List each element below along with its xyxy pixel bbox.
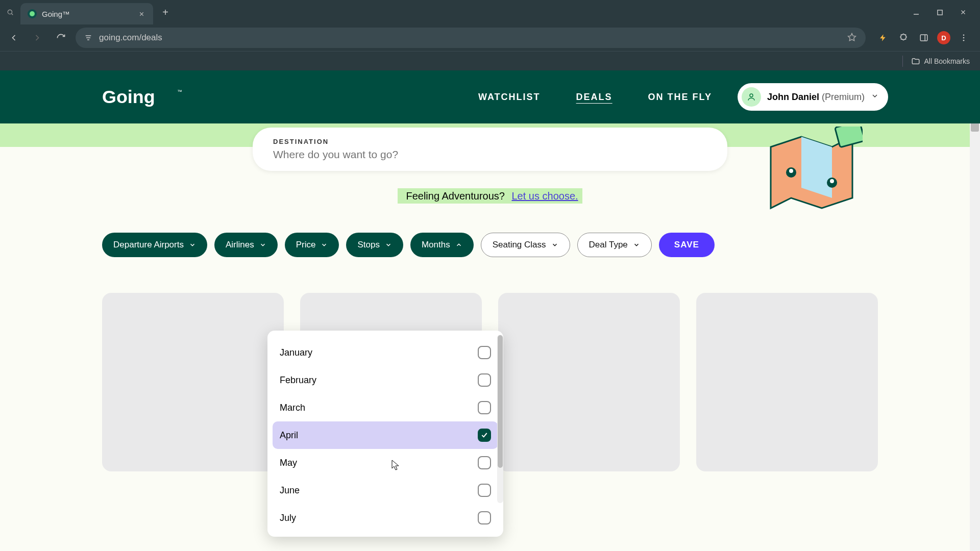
bookmarks-bar: All Bookmarks	[0, 51, 980, 70]
checkbox-icon[interactable]	[478, 429, 491, 442]
month-label: May	[280, 458, 297, 468]
deal-card-placeholder[interactable]	[498, 293, 680, 471]
month-label: July	[280, 513, 296, 523]
url-text: going.com/deals	[99, 33, 841, 43]
month-label: June	[280, 485, 300, 496]
tab-title: Going™	[42, 10, 132, 18]
main-nav: WATCHLIST DEALS ON THE FLY	[478, 92, 712, 103]
month-option-february[interactable]: February	[273, 366, 498, 394]
chevron-down-icon	[551, 241, 558, 248]
side-panel-icon[interactable]	[917, 31, 931, 45]
nav-onthefly[interactable]: ON THE FLY	[648, 92, 712, 103]
svg-rect-4	[920, 35, 927, 41]
extensions-icon[interactable]	[896, 31, 911, 45]
url-box[interactable]: going.com/deals	[76, 28, 866, 48]
window-controls	[912, 8, 976, 17]
user-menu[interactable]: John Daniel (Premium)	[738, 83, 888, 111]
page-scrollbar[interactable]	[970, 70, 980, 551]
month-option-june[interactable]: June	[273, 477, 498, 504]
month-option-may[interactable]: May	[273, 449, 498, 477]
deal-card-placeholder[interactable]	[696, 293, 878, 471]
svg-marker-11	[801, 137, 832, 198]
chevron-down-icon	[385, 241, 392, 248]
map-illustration-icon	[761, 127, 863, 218]
checkbox-icon[interactable]	[478, 346, 491, 359]
nav-deals[interactable]: DEALS	[576, 92, 612, 103]
window-close-icon[interactable]	[959, 8, 968, 17]
filter-deal-type[interactable]: Deal Type	[577, 233, 652, 257]
checkbox-icon[interactable]	[478, 373, 491, 387]
checkbox-icon[interactable]	[478, 456, 491, 469]
logo-text: Going	[102, 87, 155, 107]
chevron-down-icon	[871, 92, 879, 102]
favicon-icon	[28, 9, 37, 18]
filter-airlines[interactable]: Airlines	[214, 233, 278, 257]
nav-watchlist[interactable]: WATCHLIST	[478, 92, 541, 103]
months-list: JanuaryFebruaryMarchAprilMayJuneJuly	[267, 331, 503, 537]
page-viewport: Going ™ WATCHLIST DEALS ON THE FLY John …	[0, 70, 980, 551]
forward-button[interactable]	[29, 29, 46, 46]
let-us-choose-link[interactable]: Let us choose.	[511, 190, 578, 202]
all-bookmarks-label: All Bookmarks	[924, 57, 970, 65]
filter-departure-airports[interactable]: Departure Airports	[102, 233, 207, 257]
chevron-up-icon	[455, 241, 462, 248]
minimize-icon[interactable]	[912, 8, 921, 17]
save-button[interactable]: SAVE	[659, 233, 715, 257]
filter-price[interactable]: Price	[285, 233, 339, 257]
month-option-january[interactable]: January	[273, 339, 498, 366]
svg-point-5	[963, 34, 965, 36]
month-label: February	[280, 375, 316, 386]
profile-avatar[interactable]: D	[937, 31, 950, 44]
chevron-down-icon	[259, 241, 266, 248]
checkbox-icon[interactable]	[478, 511, 491, 524]
browser-chrome: Going™ + going.com/deals D	[0, 0, 980, 70]
kebab-menu-icon[interactable]	[957, 31, 971, 45]
svg-text:™: ™	[177, 89, 182, 94]
dropdown-scrollbar[interactable]	[497, 335, 503, 503]
user-avatar-icon	[742, 87, 761, 107]
divider	[902, 56, 903, 67]
destination-search-card: DESTINATION	[253, 128, 727, 171]
svg-point-6	[963, 37, 965, 39]
svg-marker-3	[848, 34, 856, 41]
svg-point-1	[30, 11, 35, 16]
chevron-down-icon	[633, 241, 640, 248]
tab-search-icon[interactable]	[4, 6, 16, 18]
destination-input[interactable]	[273, 148, 707, 161]
extension-bolt-icon[interactable]	[876, 31, 890, 45]
month-option-march[interactable]: March	[273, 394, 498, 421]
all-bookmarks-button[interactable]: All Bookmarks	[911, 57, 970, 66]
bookmark-star-icon[interactable]	[847, 33, 857, 43]
tab-bar: Going™ +	[0, 0, 980, 24]
filter-seating-class[interactable]: Seating Class	[481, 233, 570, 257]
svg-point-9	[750, 94, 753, 97]
site-settings-icon[interactable]	[84, 33, 93, 42]
month-label: January	[280, 347, 312, 358]
filter-stops[interactable]: Stops	[346, 233, 403, 257]
chevron-down-icon	[321, 241, 328, 248]
maximize-icon[interactable]	[935, 8, 944, 17]
close-icon[interactable]	[137, 9, 146, 18]
checkbox-icon[interactable]	[478, 401, 491, 414]
month-option-april[interactable]: April	[273, 421, 498, 449]
adventurous-prefix: Feeling Adventurous?	[402, 188, 511, 204]
extension-icons: D	[872, 31, 975, 45]
filter-months[interactable]: Months	[410, 233, 474, 257]
user-name-label: John Daniel (Premium)	[767, 92, 865, 103]
checkbox-icon[interactable]	[478, 484, 491, 497]
new-tab-button[interactable]: +	[157, 4, 174, 20]
scrollbar-thumb[interactable]	[498, 335, 503, 468]
reload-button[interactable]	[52, 29, 69, 46]
site-header: Going ™ WATCHLIST DEALS ON THE FLY John …	[0, 70, 980, 123]
address-bar: going.com/deals D	[0, 24, 980, 51]
svg-rect-2	[937, 10, 942, 14]
browser-tab[interactable]: Going™	[20, 3, 153, 24]
month-option-july[interactable]: July	[273, 504, 498, 532]
svg-point-15	[830, 179, 834, 183]
svg-point-13	[789, 169, 793, 173]
deal-card-placeholder[interactable]	[102, 293, 284, 471]
month-label: April	[280, 430, 298, 441]
svg-point-7	[963, 40, 965, 41]
back-button[interactable]	[5, 29, 22, 46]
logo[interactable]: Going ™	[26, 84, 189, 110]
